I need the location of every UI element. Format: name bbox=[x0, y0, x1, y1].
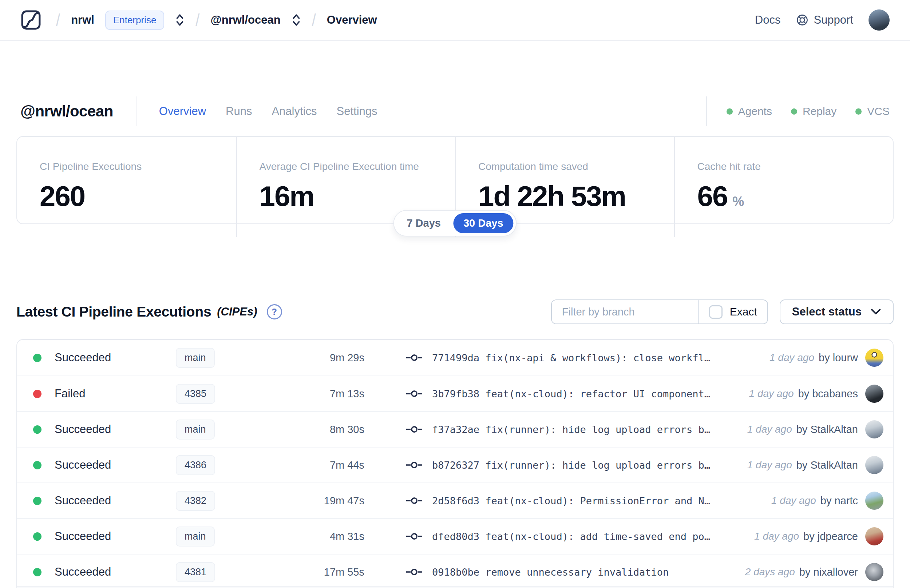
range-option-7-days[interactable]: 7 Days bbox=[396, 213, 451, 233]
commit-message[interactable]: 2d58f6d3 feat(nx-cloud): PermissionError… bbox=[432, 495, 710, 507]
status-dot-icon bbox=[33, 568, 42, 577]
tab-settings[interactable]: Settings bbox=[336, 105, 377, 118]
time-ago: 1 day ago bbox=[769, 352, 814, 363]
commit-message[interactable]: b8726327 fix(runner): hide log upload er… bbox=[432, 460, 710, 471]
service-status-agents[interactable]: Agents bbox=[727, 105, 772, 118]
git-commit-icon bbox=[406, 496, 423, 506]
author-avatar bbox=[865, 456, 883, 474]
branch-badge[interactable]: 4382 bbox=[176, 491, 215, 511]
commit-message[interactable]: 771499da fix(nx-api & workflows): close … bbox=[432, 352, 710, 363]
status-dot-icon bbox=[855, 108, 862, 115]
status-dot-icon bbox=[33, 354, 42, 362]
nx-cloud-logo[interactable] bbox=[20, 10, 42, 31]
breadcrumb-org[interactable]: nrwl bbox=[71, 13, 94, 27]
branch-badge[interactable]: 4386 bbox=[176, 455, 215, 475]
commit-message[interactable]: 3b79fb38 feat(nx-cloud): refactor UI com… bbox=[432, 388, 710, 399]
duration: 9m 29s bbox=[268, 352, 364, 364]
breadcrumb-workspace[interactable]: @nrwl/ocean bbox=[210, 13, 280, 27]
author-avatar bbox=[865, 491, 883, 510]
exact-checkbox[interactable] bbox=[709, 305, 723, 319]
duration: 7m 13s bbox=[268, 388, 364, 400]
nx-cloud-logo-icon bbox=[20, 10, 42, 31]
status-select-button[interactable]: Select status bbox=[780, 299, 894, 324]
stat-label: CI Pipeline Executions bbox=[40, 161, 214, 173]
author-avatar bbox=[865, 384, 883, 403]
workspace-switcher-button[interactable] bbox=[292, 13, 301, 27]
duration: 19m 47s bbox=[268, 495, 364, 507]
top-navbar: / nrwl Enterprise / @nrwl/ocean / Overvi… bbox=[0, 0, 910, 41]
branch-badge[interactable]: main bbox=[176, 348, 215, 368]
branch-badge[interactable]: main bbox=[176, 527, 215, 546]
table-row[interactable]: Succeeded 4382 19m 47s 2d58f6d3 feat(nx-… bbox=[17, 483, 893, 518]
time-ago: 2 days ago bbox=[745, 566, 795, 578]
commit-message[interactable]: dfed80d3 feat(nx-cloud): add time-saved … bbox=[432, 531, 710, 542]
lifebuoy-icon bbox=[796, 13, 809, 27]
service-status-group: Agents Replay VCS bbox=[706, 97, 890, 126]
range-option-30-days[interactable]: 30 Days bbox=[453, 213, 514, 233]
service-status-replay[interactable]: Replay bbox=[791, 105, 836, 118]
chevron-down-icon bbox=[870, 308, 881, 316]
duration: 8m 30s bbox=[268, 423, 364, 436]
commit-message[interactable]: f37a32ae fix(runner): hide log upload er… bbox=[432, 424, 710, 435]
support-link[interactable]: Support bbox=[796, 13, 853, 27]
status-label: Succeeded bbox=[55, 565, 111, 578]
breadcrumb-page: Overview bbox=[327, 13, 377, 27]
table-row[interactable]: Succeeded main 9m 29s 771499da fix(nx-ap… bbox=[17, 340, 893, 375]
git-commit-icon bbox=[406, 425, 423, 434]
user-avatar[interactable] bbox=[868, 10, 890, 31]
navbar-actions: Docs Support bbox=[755, 10, 890, 31]
time-ago: 1 day ago bbox=[749, 388, 794, 399]
status-label: Succeeded bbox=[55, 351, 111, 364]
stat-value: 1d 22h 53m bbox=[478, 180, 651, 213]
breadcrumb-separator: / bbox=[56, 11, 60, 29]
tab-analytics[interactable]: Analytics bbox=[272, 105, 317, 118]
service-status-vcs[interactable]: VCS bbox=[855, 105, 890, 118]
divider bbox=[136, 97, 136, 126]
author-label: by jdpearce bbox=[803, 530, 858, 543]
duration: 7m 44s bbox=[268, 459, 364, 471]
stat-label: Average CI Pipeline Execution time bbox=[260, 161, 433, 173]
date-range-toggle: 7 Days 30 Days bbox=[393, 210, 517, 236]
status-dot-icon bbox=[791, 108, 797, 115]
stat-value: 66% bbox=[697, 180, 871, 213]
workspace-tabs: Overview Runs Analytics Settings bbox=[159, 105, 377, 118]
breadcrumb-separator: / bbox=[312, 11, 316, 29]
author-avatar bbox=[865, 420, 883, 438]
service-label: VCS bbox=[867, 105, 890, 118]
time-ago: 1 day ago bbox=[754, 530, 799, 542]
chevron-up-down-icon bbox=[175, 13, 184, 27]
branch-filter-input[interactable] bbox=[552, 300, 698, 323]
table-row[interactable]: Failed 4385 7m 13s 3b79fb38 feat(nx-clou… bbox=[17, 375, 893, 411]
page-title: @nrwl/ocean bbox=[20, 103, 113, 120]
service-label: Agents bbox=[738, 105, 772, 118]
stat-value: 260 bbox=[40, 180, 214, 213]
breadcrumb-separator: / bbox=[196, 11, 199, 29]
author-label: by lourw bbox=[819, 352, 858, 364]
cipes-title-suffix: (CIPEs) bbox=[217, 305, 257, 318]
table-row[interactable]: Succeeded 4381 17m 55s 0918b0be remove u… bbox=[17, 554, 893, 586]
help-icon[interactable]: ? bbox=[267, 304, 282, 320]
git-commit-icon bbox=[406, 389, 423, 399]
docs-link[interactable]: Docs bbox=[755, 13, 781, 27]
stat-label: Cache hit rate bbox=[697, 161, 871, 173]
status-label: Succeeded bbox=[55, 423, 111, 436]
tab-overview[interactable]: Overview bbox=[159, 105, 206, 118]
duration: 17m 55s bbox=[268, 566, 364, 578]
status-dot-icon bbox=[33, 390, 42, 398]
commit-message[interactable]: 0918b0be remove unnecessary invalidation bbox=[432, 567, 669, 578]
git-commit-icon bbox=[406, 531, 423, 541]
author-label: by nixallover bbox=[799, 566, 858, 578]
branch-filter-group: Exact bbox=[551, 299, 768, 324]
author-label: by nartc bbox=[821, 495, 858, 507]
table-row[interactable]: Succeeded main 4m 31s dfed80d3 feat(nx-c… bbox=[17, 518, 893, 554]
status-label: Succeeded bbox=[55, 459, 111, 472]
table-row[interactable]: Succeeded 4386 7m 44s b8726327 fix(runne… bbox=[17, 447, 893, 483]
branch-badge[interactable]: 4385 bbox=[176, 384, 215, 404]
branch-badge[interactable]: 4381 bbox=[176, 562, 215, 582]
org-switcher-button[interactable] bbox=[175, 13, 184, 27]
breadcrumb: / nrwl Enterprise / @nrwl/ocean / Overvi… bbox=[56, 11, 377, 30]
exact-label[interactable]: Exact bbox=[730, 305, 757, 318]
table-row[interactable]: Succeeded main 8m 30s f37a32ae fix(runne… bbox=[17, 411, 893, 447]
branch-badge[interactable]: main bbox=[176, 420, 215, 439]
tab-runs[interactable]: Runs bbox=[226, 105, 252, 118]
